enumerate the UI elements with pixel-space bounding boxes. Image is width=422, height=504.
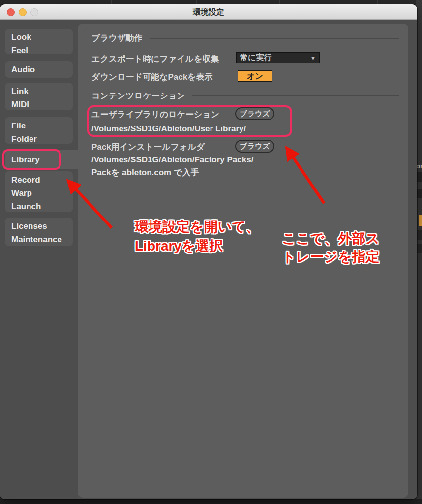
window-title: 環境設定	[0, 4, 417, 20]
packs-folder-path: /Volumes/SSD1G/Ableton/Factory Packs/	[91, 155, 253, 165]
section-divider	[192, 95, 399, 96]
tab-label: Warp	[11, 187, 73, 200]
tab-label: Licenses	[11, 220, 73, 233]
sidebar-tab-audio[interactable]: Audio	[5, 61, 73, 78]
get-packs-prefix: Packを	[91, 168, 120, 177]
background-app-bottom-strip	[0, 499, 422, 504]
tab-label: Look	[11, 31, 73, 44]
show-downloadable-packs-toggle[interactable]: オン	[238, 70, 272, 82]
tab-label: Library	[11, 153, 79, 166]
tab-label: File	[11, 119, 73, 132]
chevron-down-icon: ▼	[310, 55, 316, 61]
background-clip-fragment	[417, 244, 422, 253]
user-library-browse-button[interactable]: ブラウズ	[235, 107, 274, 120]
titlebar: 環境設定	[0, 4, 417, 20]
collect-on-export-dropdown[interactable]: 常に実行 ▼	[236, 52, 320, 63]
collect-on-export-label: エクスポート時にファイルを収集	[91, 53, 219, 64]
tab-label: Record	[11, 173, 73, 187]
note-line: トレージを指定	[278, 248, 384, 266]
packs-folder-browse-button[interactable]: ブラウズ	[235, 140, 274, 153]
tab-label: MIDI	[11, 98, 73, 111]
note-line: 環境設定を開いて、	[135, 217, 260, 236]
user-library-path: /Volumes/SSD1G/Ableton/User Library/	[91, 124, 246, 134]
section-title: コンテンツロケーション	[91, 90, 185, 101]
right-annotation-note: ここで、外部ス トレージを指定	[278, 229, 384, 266]
ableton-com-link[interactable]: ableton.com	[122, 168, 171, 177]
section-content-location: コンテンツロケーション	[91, 90, 399, 101]
tab-label: Maintenance	[11, 233, 73, 246]
background-clip-fragment	[417, 172, 422, 182]
packs-install-folder-label: Pack用インストールフォルダ	[91, 141, 205, 153]
note-line: Libraryを選択	[135, 236, 260, 255]
section-browser-behavior: ブラウザ動作	[91, 32, 399, 44]
section-divider	[150, 38, 399, 39]
tab-label: Link	[11, 85, 73, 98]
background-clip-fragment	[417, 189, 422, 198]
sidebar-tab-library-selected[interactable]: Library	[5, 150, 79, 169]
sidebar-tab-link-midi[interactable]: Link MIDI	[5, 83, 73, 110]
note-line: ここで、外部ス	[278, 229, 384, 248]
left-annotation-note: 環境設定を開いて、 Libraryを選択	[135, 217, 260, 255]
background-clip-fragment	[417, 230, 422, 240]
dropdown-value: 常に実行	[240, 53, 271, 63]
tab-label: Launch	[11, 200, 73, 213]
screenshot-root: on 環境設定 Look Feel Audio Link MIDI File F…	[0, 0, 422, 504]
sidebar-tab-record-warp-launch[interactable]: Record Warp Launch	[5, 171, 73, 212]
section-title: ブラウザ動作	[91, 32, 143, 44]
get-packs-suffix: で入手	[174, 168, 199, 177]
background-orange-clip-fragment	[419, 215, 422, 226]
sidebar-tab-licenses-maintenance[interactable]: Licenses Maintenance	[5, 218, 73, 246]
get-packs-line: Packをableton.comで入手	[91, 167, 199, 178]
user-library-location-label: ユーザライブラリのロケーション	[91, 109, 219, 120]
sidebar-tab-file-folder[interactable]: File Folder	[5, 117, 73, 144]
tab-label: Audio	[11, 63, 73, 76]
show-downloadable-packs-label: ダウンロード可能なPackを表示	[91, 71, 213, 83]
tab-label: Folder	[11, 132, 73, 146]
sidebar-tab-look-feel[interactable]: Look Feel	[5, 29, 73, 54]
tab-label: Feel	[11, 44, 73, 57]
